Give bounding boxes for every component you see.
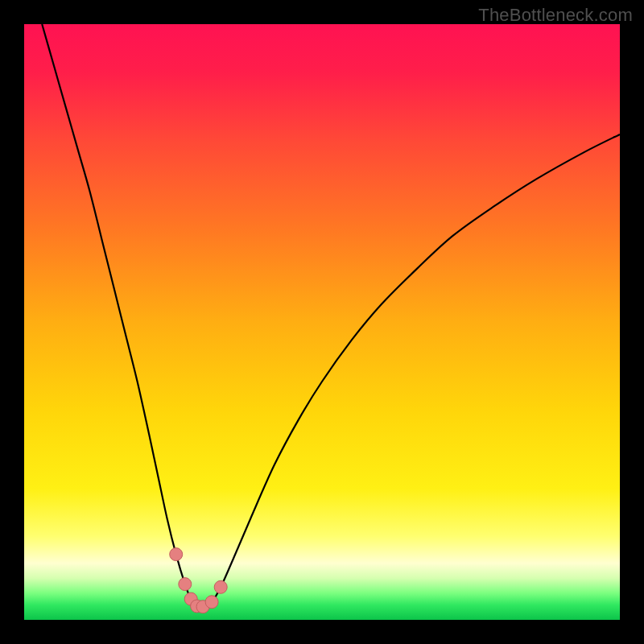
plot-area <box>24 24 620 620</box>
marker-point <box>170 548 183 561</box>
marker-point <box>214 580 227 593</box>
curve-markers <box>170 548 228 613</box>
marker-point <box>205 596 218 609</box>
curve-layer <box>24 24 620 620</box>
chart-frame: TheBottleneck.com <box>0 0 644 644</box>
bottleneck-curve <box>42 24 620 607</box>
marker-point <box>179 578 192 591</box>
watermark-text: TheBottleneck.com <box>478 5 633 26</box>
